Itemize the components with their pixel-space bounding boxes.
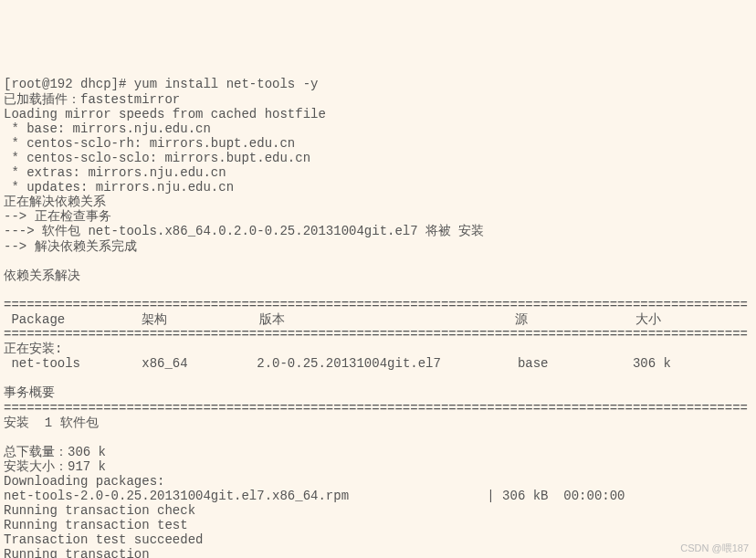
terminal-output: [root@192 dhcp]# yum install net-tools -… [4, 62, 752, 558]
output-line: Downloading packages: [4, 474, 164, 489]
output-line: 事务概要 [4, 385, 55, 400]
output-line: --> 解决依赖关系完成 [4, 239, 137, 254]
output-line: 总下载量：306 k [4, 445, 106, 459]
output-line: Running transaction check [4, 503, 195, 518]
output-line: * updates: mirrors.nju.edu.cn [4, 180, 234, 195]
table-row: net-tools x86_64 2.0-0.25.20131004git.el… [4, 356, 671, 371]
separator-line: ========================================… [4, 327, 748, 342]
output-line: ---> 软件包 net-tools.x86_64.0.2.0-0.25.201… [4, 224, 484, 238]
output-line: * base: mirrors.nju.edu.cn [4, 121, 211, 136]
output-line: net-tools-2.0-0.25.20131004git.el7.x86_6… [4, 489, 625, 503]
output-line: * centos-sclo-rh: mirrors.bupt.edu.cn [4, 136, 295, 151]
separator-line: ========================================… [4, 401, 748, 416]
output-line: 已加载插件：fastestmirror [4, 92, 180, 107]
output-line: 安装大小：917 k [4, 459, 106, 474]
prompt-line: [root@192 dhcp]# yum install net-tools -… [4, 77, 318, 91]
output-line: * extras: mirrors.nju.edu.cn [4, 165, 226, 180]
output-line: 正在解决依赖关系 [4, 195, 106, 209]
output-line: 正在安装: [4, 342, 62, 356]
output-line: Loading mirror speeds from cached hostfi… [4, 107, 326, 121]
table-header: Package 架构 版本 源 大小 [4, 312, 661, 327]
output-line: 安装 1 软件包 [4, 416, 99, 430]
output-line: 依赖关系解决 [4, 268, 80, 283]
output-line: Running transaction [4, 547, 150, 558]
output-line: --> 正在检查事务 [4, 209, 111, 224]
separator-line: ========================================… [4, 298, 748, 312]
watermark-text: CSDN @喂187 [680, 542, 749, 554]
output-line: * centos-sclo-sclo: mirrors.bupt.edu.cn [4, 151, 310, 165]
output-line: Transaction test succeeded [4, 532, 203, 547]
output-line: Running transaction test [4, 518, 188, 532]
